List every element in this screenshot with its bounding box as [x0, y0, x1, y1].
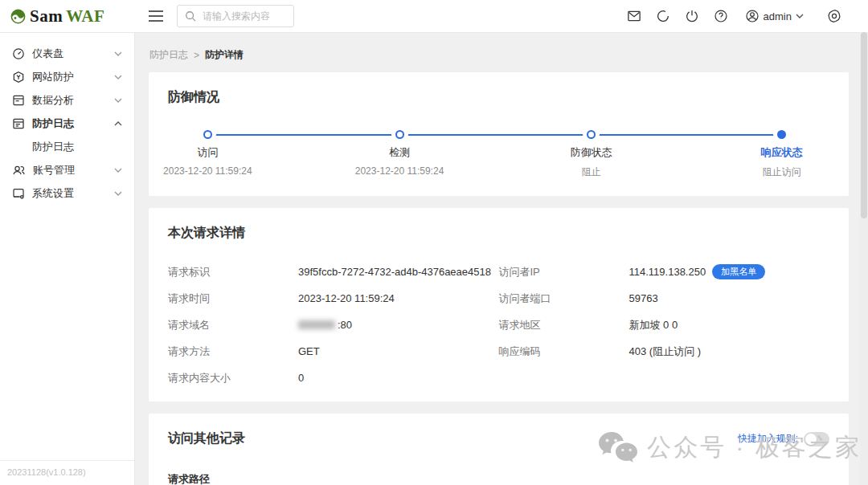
timeline-step-detect: 检测 2023-12-20 11:59:24 [315, 130, 484, 177]
breadcrumb-current: 防护详情 [205, 48, 244, 62]
chevron-down-icon [796, 14, 804, 18]
shield-icon [12, 71, 25, 84]
field-value: 403 (阻止访问 ) [629, 345, 702, 357]
field-value: GET [298, 345, 320, 357]
field-value: :80 [298, 319, 352, 331]
field-value: 39f5fccb-7272-4732-ad4b-4376aeae4518 [298, 266, 491, 278]
app-logo: SamWAF [0, 6, 135, 26]
sidebar-item-protection-log[interactable]: 防护日志 [0, 112, 134, 135]
quick-rule-control: 快捷加入规则: [738, 432, 829, 446]
field-label: 请求内容大小 [168, 372, 298, 384]
sidebar-item-label: 仪表盘 [32, 47, 63, 61]
chevron-down-icon [114, 98, 122, 103]
defense-card-title: 防御情况 [168, 89, 829, 106]
sidebar-subitem-protection-log[interactable]: 防护日志 [0, 135, 134, 158]
step-sub: 2023-12-20 11:59:24 [315, 165, 484, 177]
redacted-domain [298, 320, 335, 329]
request-details-card: 本次请求详情 请求标识 39f5fccb-7272-4732-ad4b-4376… [149, 208, 849, 401]
sidebar-item-site-protection[interactable]: 网站防护 [0, 65, 134, 88]
field-label: 响应编码 [499, 345, 629, 357]
field-row-visitor-ip: 访问者IP 114.119.138.250加黑名单 [499, 266, 830, 278]
sidebar-item-label: 防护日志 [32, 116, 74, 131]
breadcrumb-parent[interactable]: 防护日志 [149, 48, 188, 62]
logo-suffix: WAF [66, 6, 104, 26]
hamburger-menu-icon[interactable] [149, 10, 163, 22]
defense-status-card: 防御情况 访问 2023-12-20 11:59:24 检测 2023-12-2… [149, 72, 849, 196]
sidebar-subitem-label: 防护日志 [32, 140, 74, 154]
version-label: 20231128(v1.0.128) [0, 460, 134, 485]
timeline-step-defense: 防御状态 阻止 [507, 130, 676, 179]
chevron-down-icon [114, 191, 122, 196]
sidebar-item-data-analysis[interactable]: 数据分析 [0, 88, 134, 112]
request-path-label: 请求路径 [168, 472, 829, 485]
sidebar-item-account[interactable]: 账号管理 [0, 158, 134, 181]
field-value: 114.119.138.250加黑名单 [629, 264, 766, 279]
chart-icon [12, 94, 25, 107]
main-content: 防护日志 > 防护详情 防御情况 访问 2023-12-20 11:59:24 … [135, 32, 868, 485]
field-label: 访问者端口 [499, 292, 629, 304]
scrollbar-track[interactable] [860, 32, 868, 485]
field-value: 新加坡 0 0 [629, 319, 678, 331]
field-value: 0 [298, 372, 304, 384]
step-sub: 阻止访问 [698, 165, 866, 179]
step-sub: 阻止 [507, 165, 676, 179]
refresh-icon[interactable] [649, 9, 678, 23]
add-blacklist-button[interactable]: 加黑名单 [712, 264, 765, 279]
field-row-request-domain: 请求域名 :80 [168, 319, 499, 331]
breadcrumb: 防护日志 > 防护详情 [149, 48, 849, 62]
step-label: 响应状态 [698, 145, 866, 160]
field-label: 请求标识 [168, 266, 298, 278]
chevron-down-icon [114, 51, 122, 56]
user-menu[interactable]: admin [735, 9, 809, 23]
header-search [177, 5, 294, 27]
username: admin [764, 10, 792, 22]
field-row-request-size: 请求内容大小 0 [168, 372, 499, 384]
dashboard-icon [12, 47, 25, 60]
yin-yang-logo-icon [10, 9, 26, 24]
field-row-request-method: 请求方法 GET [168, 345, 499, 357]
sidebar-item-label: 账号管理 [33, 163, 75, 177]
records-card-title: 访问其他记录 [168, 430, 245, 447]
chevron-down-icon [114, 75, 122, 79]
sidebar-nav: 仪表盘 网站防护 数据分析 [0, 32, 135, 485]
request-card-title: 本次请求详情 [168, 225, 829, 242]
power-icon[interactable] [678, 9, 706, 23]
field-row-visitor-port: 访问者端口 59763 [499, 292, 830, 304]
chevron-down-icon [114, 168, 122, 173]
field-value: 59763 [629, 292, 658, 304]
step-dot [203, 130, 212, 139]
field-label: 请求时间 [168, 292, 298, 304]
field-row-request-region: 请求地区 新加坡 0 0 [499, 319, 830, 331]
users-icon [12, 164, 26, 177]
quick-rule-toggle[interactable] [804, 432, 829, 446]
sidebar-item-system-settings[interactable]: 系统设置 [0, 181, 134, 205]
search-input[interactable] [201, 10, 286, 22]
top-header: SamWAF [0, 0, 868, 33]
defense-timeline: 访问 2023-12-20 11:59:24 检测 2023-12-20 11:… [168, 130, 829, 181]
logo-prefix: Sam [30, 6, 63, 26]
field-label: 访问者IP [499, 266, 629, 278]
sidebar-item-dashboard[interactable]: 仪表盘 [0, 42, 134, 65]
step-label: 防御状态 [507, 145, 676, 160]
field-label: 请求地区 [499, 319, 629, 331]
step-dot [777, 130, 786, 139]
chevron-up-icon [114, 121, 122, 126]
logo-text: SamWAF [30, 6, 104, 26]
other-records-card: 访问其他记录 快捷加入规则: 请求路径 /index.php/index/lis… [149, 414, 849, 485]
settings-icon[interactable] [820, 9, 849, 23]
field-label: 请求方法 [168, 345, 298, 357]
mail-icon[interactable] [620, 9, 649, 23]
help-icon[interactable] [706, 9, 735, 23]
quick-rule-label: 快捷加入规则: [738, 432, 798, 446]
step-label: 访问 [135, 145, 292, 160]
user-avatar-icon [745, 9, 760, 23]
request-fields-right: 访问者IP 114.119.138.250加黑名单 访问者端口 59763 请求… [499, 266, 830, 398]
timeline-step-response: 响应状态 阻止访问 [698, 130, 866, 179]
breadcrumb-separator: > [194, 50, 199, 61]
system-settings-icon [12, 187, 25, 200]
scrollbar-thumb[interactable] [861, 32, 867, 218]
field-row-request-time: 请求时间 2023-12-20 11:59:24 [168, 292, 499, 304]
sidebar-item-label: 系统设置 [32, 186, 74, 201]
sidebar-item-label: 数据分析 [32, 93, 74, 108]
sidebar-item-label: 网站防护 [32, 70, 74, 84]
